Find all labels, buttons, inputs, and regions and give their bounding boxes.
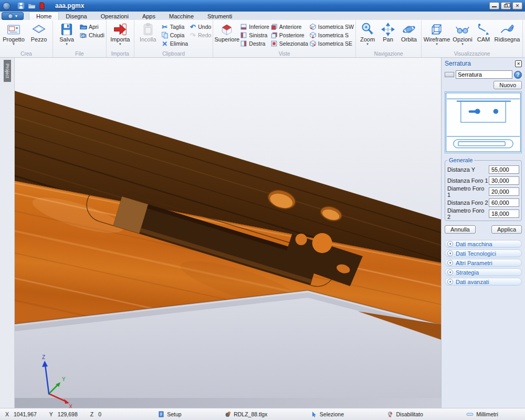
group-label-importa: Importa — [108, 51, 132, 57]
annulla-button[interactable]: Annulla — [445, 225, 476, 234]
section-altri-parametri[interactable]: ▾ Altri Parametri — [445, 259, 522, 267]
ribbon-group-selezione: Seleziona Selezione — [523, 20, 525, 57]
field-label-distanza-foro-2: Distanza Foro 2 — [447, 200, 488, 206]
elimina-button[interactable]: ✕ Elimina — [161, 39, 188, 48]
coord-x-value: 1041,967 — [14, 411, 37, 417]
status-setup[interactable]: Setup — [158, 411, 181, 417]
status-disabilitato[interactable]: Disabilitato — [387, 411, 423, 417]
axis-x-label: X — [69, 404, 72, 408]
field-label-diametro-foro-1: Diametro Foro 1 — [447, 185, 489, 198]
wireframe-button[interactable]: Wireframe ▾ — [423, 21, 450, 46]
help-button[interactable]: ? — [514, 71, 522, 79]
viewport-3d[interactable]: Z Y X — [15, 58, 441, 408]
distanza-foro-2-input[interactable] — [489, 198, 519, 207]
chevron-down-icon: ▾ — [66, 43, 68, 46]
generale-group: Generale Distanza Y Distanza Foro 1 Diam… — [445, 157, 522, 221]
chiudi-button[interactable]: Chiudi — [80, 31, 104, 39]
quick-save-icon[interactable] — [17, 2, 25, 9]
minimize-button[interactable] — [489, 2, 499, 9]
section-dati-avanzati[interactable]: ▾ Dati avanzati — [445, 278, 522, 286]
ribbon: Progetto ▾ Pezzo Crea Salva ▾ Apri — [0, 20, 525, 58]
superiore-button[interactable]: Superiore — [215, 21, 239, 43]
ribbon-group-visualizzazione: Wireframe ▾ Opzioni ▾ CAM Ridisegna Visu… — [422, 20, 523, 57]
orbita-button[interactable]: Orbita — [398, 21, 419, 43]
coord-y-value: 129,698 — [58, 411, 78, 417]
application-menu-icon — [8, 14, 13, 19]
status-bar: X 1041,967 Y 129,698 Z 0 Setup RDLZ_88.t… — [0, 408, 525, 420]
status-millimetri[interactable]: Millimetri — [466, 411, 498, 417]
group-label-navigazione: Navigazione — [358, 51, 419, 57]
section-dati-macchina[interactable]: ▾ Dati macchina — [445, 240, 522, 248]
iso-s-cube-icon — [309, 32, 317, 39]
salva-button[interactable]: Salva ▾ — [55, 21, 79, 46]
quick-import-icon[interactable] — [39, 2, 45, 9]
zoom-button[interactable]: Zoom ▾ — [358, 21, 377, 46]
diametro-foro-1-input[interactable] — [489, 187, 519, 196]
project-panel-tab[interactable]: Project — [4, 60, 11, 82]
wireframe-cube-icon — [429, 22, 444, 37]
restore-button[interactable] — [501, 2, 511, 9]
applica-button[interactable]: Applica — [491, 225, 522, 234]
close-folder-icon — [80, 32, 87, 39]
selezionata-button[interactable]: Selezionata — [270, 39, 308, 48]
application-menu-button[interactable]: ▾ — [2, 12, 24, 20]
macro-name-input[interactable] — [456, 70, 512, 79]
anteriore-button[interactable]: Anteriore — [270, 23, 308, 31]
ribbon-group-viste: Superiore Inferiore Sinistra Destra — [213, 20, 356, 57]
undo-button[interactable]: ↶ Undo — [189, 23, 211, 31]
ribbon-group-clipboard: Incolla ✂ Taglia Copia ✕ Elimina ↶ — [134, 20, 214, 57]
left-dock-strip: Project — [0, 58, 15, 408]
redo-button: ↷ Redo — [189, 31, 211, 39]
viewport-floor — [15, 398, 441, 408]
orbit-icon — [402, 22, 416, 37]
viewport-canvas[interactable]: Z Y X — [15, 58, 441, 408]
tab-apps[interactable]: Apps — [135, 12, 162, 20]
copia-button[interactable]: Copia — [161, 31, 188, 39]
progetto-button[interactable]: Progetto ▾ — [2, 21, 26, 46]
inferiore-button[interactable]: Inferiore — [240, 23, 269, 31]
isometrica-se-button[interactable]: Isometrica SE — [309, 39, 354, 48]
setup-icon — [158, 411, 164, 417]
tab-macchine[interactable]: Macchine — [162, 12, 201, 20]
destra-button[interactable]: Destra — [240, 39, 269, 48]
pan-button[interactable]: Pan — [379, 21, 397, 43]
help-icon: ? — [516, 72, 519, 78]
disabled-icon — [387, 411, 393, 417]
section-dati-tecnologici[interactable]: ▾ Dati Tecnologici — [445, 249, 522, 257]
restore-icon — [504, 4, 508, 7]
close-icon: ✕ — [517, 61, 520, 66]
view-left-icon — [240, 32, 247, 39]
quick-open-icon[interactable] — [28, 3, 36, 9]
section-strategia[interactable]: ▾ Strategia — [445, 268, 522, 276]
undo-icon: ↶ — [189, 23, 196, 30]
chevron-down-icon: ▾ — [447, 250, 453, 256]
taglia-button[interactable]: ✂ Taglia — [161, 23, 188, 31]
ridisegna-button[interactable]: Ridisegna — [494, 21, 521, 43]
cam-button[interactable]: CAM — [475, 21, 492, 43]
status-tool-file[interactable]: RDLZ_88.tlgx — [225, 411, 267, 417]
view-bottom-icon — [240, 23, 247, 30]
isometrica-sw-button[interactable]: Isometrica SW — [309, 23, 354, 31]
close-button[interactable]: ✕ — [512, 2, 522, 9]
tab-home[interactable]: Home — [29, 12, 59, 20]
open-folder-icon — [80, 23, 87, 30]
tab-strumenti[interactable]: Strumenti — [201, 12, 239, 20]
distanza-y-input[interactable] — [489, 165, 519, 174]
distanza-foro-1-input[interactable] — [489, 176, 519, 185]
diametro-foro-2-input[interactable] — [489, 209, 519, 218]
sinistra-button[interactable]: Sinistra — [240, 31, 269, 39]
isometrica-s-button[interactable]: Isometrica S — [309, 31, 354, 39]
tab-disegna[interactable]: Disegna — [59, 12, 93, 20]
coord-z-value: 0 — [98, 411, 101, 417]
status-selezione[interactable]: Selezione — [311, 411, 344, 417]
opzioni-button[interactable]: Opzioni ▾ — [452, 21, 474, 46]
pezzo-button[interactable]: Pezzo — [27, 21, 51, 43]
panel-close-button[interactable]: ✕ — [515, 60, 522, 67]
nuovo-button[interactable]: Nuovo — [494, 81, 522, 89]
posteriore-button[interactable]: Posteriore — [270, 31, 308, 39]
coord-x-label: X — [5, 411, 9, 417]
apri-button[interactable]: Apri — [80, 23, 104, 31]
panel-piece-icon — [32, 22, 46, 37]
tab-operazioni[interactable]: Operazioni — [94, 12, 135, 20]
importa-button[interactable]: Importa ▾ — [108, 21, 132, 46]
